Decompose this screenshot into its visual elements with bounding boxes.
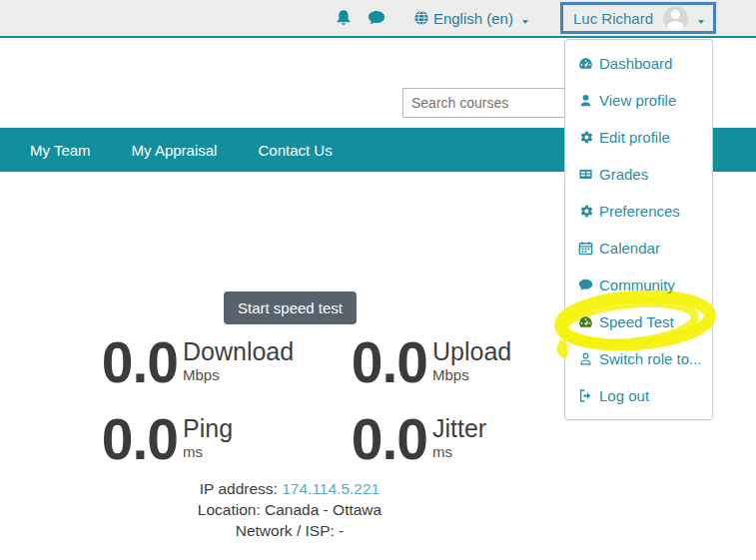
gear-icon [578, 130, 593, 145]
notifications-bell-icon[interactable] [335, 9, 353, 27]
menu-item-label: Speed Test [599, 313, 674, 330]
connection-info: IP address: 174.114.5.221 Location: Cana… [60, 478, 519, 541]
menu-item-switch-role-to[interactable]: Switch role to... [565, 340, 712, 377]
menu-item-label: Community [599, 277, 675, 293]
metric-upload: 0.0UploadMbps [338, 333, 511, 391]
metric-label: Jitter [432, 415, 486, 441]
nav-link-my-team[interactable]: My Team [30, 142, 91, 159]
menu-item-label: Dashboard [599, 55, 672, 72]
messages-comment-icon[interactable] [368, 9, 385, 27]
language-label: English (en) [433, 10, 513, 27]
menu-item-dashboard[interactable]: Dashboard [565, 45, 712, 82]
menu-item-label: View profile [599, 92, 676, 109]
menu-item-label: Edit profile [599, 129, 670, 146]
metric-label: Upload [432, 338, 511, 364]
menu-item-view-profile[interactable]: View profile [565, 82, 712, 119]
menu-item-label: Calendar [599, 240, 660, 257]
menu-item-speed-test[interactable]: Speed Test [565, 303, 712, 340]
gear-icon [578, 204, 593, 219]
metric-label: Download [183, 338, 294, 364]
speedometer-icon [578, 314, 593, 329]
menu-item-grades[interactable]: Grades [565, 156, 712, 193]
user-name: Luc Richard [573, 10, 653, 27]
location-line: Location: Canada - Ottawa [60, 499, 519, 520]
avatar [663, 6, 688, 31]
metric-download: 0.0DownloadMbps [88, 333, 294, 391]
nav-link-contact-us[interactable]: Contact Us [258, 142, 332, 159]
user-dropdown-menu: DashboardView profileEdit profileGradesP… [564, 39, 713, 420]
page: English (en) Luc Richard My TeamMy Appra… [0, 0, 756, 560]
chevron-down-icon [520, 13, 530, 23]
top-bar: English (en) Luc Richard [0, 0, 756, 38]
user-outline-icon [578, 351, 593, 366]
calendar-icon [578, 241, 593, 256]
metric-value: 0.0 [338, 410, 427, 468]
ip-label: IP address: [200, 480, 282, 497]
menu-item-label: Grades [599, 166, 648, 183]
user-icon [578, 93, 593, 108]
logout-icon [578, 388, 593, 403]
user-menu-button[interactable]: Luc Richard [560, 2, 716, 34]
metric-unit: ms [432, 443, 486, 460]
language-selector[interactable]: English (en) [413, 10, 530, 27]
metric-unit: Mbps [432, 366, 511, 383]
start-speed-test-button[interactable]: Start speed test [224, 291, 357, 324]
menu-item-label: Log out [599, 387, 649, 404]
grades-icon [578, 167, 593, 182]
chevron-down-icon [696, 13, 706, 23]
metric-value: 0.0 [88, 333, 178, 391]
comment-icon [578, 278, 593, 292]
network-line: Network / ISP: - [60, 520, 519, 541]
ip-address-line: IP address: 174.114.5.221 [60, 478, 519, 499]
nav-link-my-appraisal[interactable]: My Appraisal [132, 142, 218, 159]
metric-value: 0.0 [88, 410, 178, 468]
metric-label: Ping [183, 415, 233, 441]
metric-value: 0.0 [338, 333, 427, 391]
menu-item-edit-profile[interactable]: Edit profile [565, 119, 712, 156]
menu-item-preferences[interactable]: Preferences [565, 193, 712, 230]
menu-item-log-out[interactable]: Log out [565, 377, 712, 414]
metric-jitter: 0.0Jitterms [338, 410, 486, 468]
menu-item-calendar[interactable]: Calendar [565, 230, 712, 267]
menu-item-label: Switch role to... [599, 350, 702, 367]
metric-ping: 0.0Pingms [88, 410, 233, 468]
metric-unit: ms [183, 443, 233, 460]
ip-value: 174.114.5.221 [282, 480, 379, 497]
menu-item-label: Preferences [599, 203, 680, 220]
search-input[interactable] [402, 88, 572, 118]
menu-item-community[interactable]: Community [565, 267, 712, 303]
globe-icon [413, 10, 429, 26]
metric-unit: Mbps [183, 366, 294, 383]
dashboard-icon [578, 56, 593, 71]
